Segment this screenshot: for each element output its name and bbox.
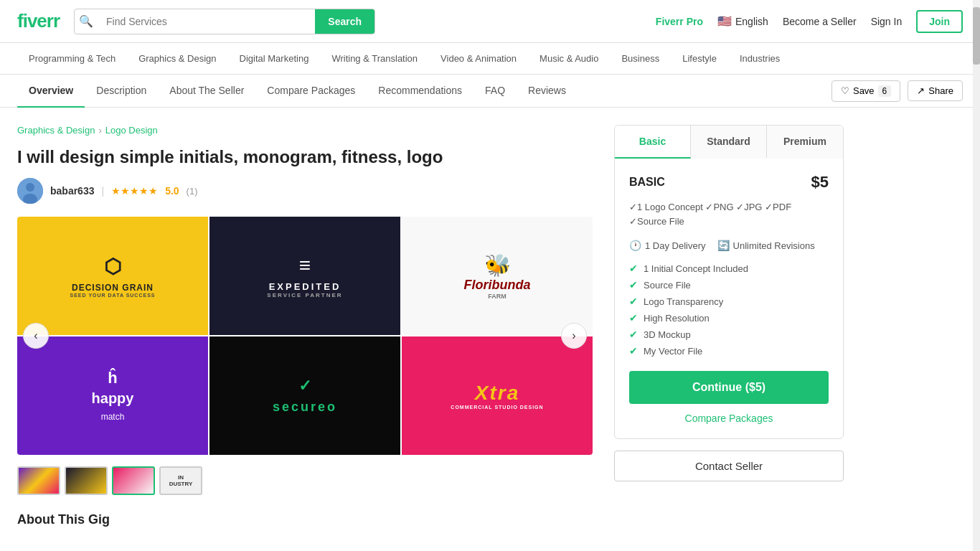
language-label: English xyxy=(735,16,768,27)
logo[interactable]: fiverr xyxy=(17,10,60,32)
search-button[interactable]: Search xyxy=(315,9,374,34)
gallery-cell-5: ✓ secureo xyxy=(209,336,400,455)
thumbnail-1[interactable] xyxy=(17,466,60,495)
tab-overview[interactable]: Overview xyxy=(17,75,85,108)
rating-count: (1) xyxy=(187,186,198,197)
nav-cat-graphics[interactable]: Graphics & Design xyxy=(127,43,227,74)
gallery-cell-2: ≡ EXPEDITED SERVICE PARTNER xyxy=(209,217,400,335)
pricing-tab-premium[interactable]: Premium xyxy=(767,126,843,159)
become-seller-link[interactable]: Become a Seller xyxy=(783,16,857,27)
left-panel: Graphics & Design › Logo Design I will d… xyxy=(17,125,593,527)
pricing-body: BASIC $5 ✓1 Logo Concept ✓PNG ✓JPG ✓PDF … xyxy=(615,159,843,438)
revisions-info: 🔄 Unlimited Revisions xyxy=(717,240,815,251)
cell-3-brand: Floribunda xyxy=(464,278,531,293)
nav-cat-programming[interactable]: Programming & Tech xyxy=(17,43,127,74)
gallery-cell-6: Xtra COMMERCIAL STUDIO DESIGN xyxy=(402,336,593,455)
rating-score: 5.0 xyxy=(165,185,179,197)
language-selector[interactable]: 🇺🇸 English xyxy=(717,14,768,28)
feature-item: ✔My Vector File xyxy=(629,345,829,357)
check-icon: ✔ xyxy=(629,345,638,357)
nav-cat-video[interactable]: Video & Animation xyxy=(429,43,528,74)
right-panel: Basic Standard Premium BASIC $5 ✓1 Logo … xyxy=(614,125,844,527)
sub-nav: Overview Description About The Seller Co… xyxy=(0,75,980,108)
check-icon: ✔ xyxy=(629,329,638,340)
check-icon: ✔ xyxy=(629,312,638,324)
gig-title: I will design simple initials, monogram,… xyxy=(17,146,593,168)
check-icon: ✔ xyxy=(629,296,638,307)
nav-cat-digital-marketing[interactable]: Digital Marketing xyxy=(228,43,321,74)
fiverr-pro-link[interactable]: Fiverr Pro xyxy=(656,16,703,27)
feature-item: ✔Source File xyxy=(629,279,829,291)
share-label: Share xyxy=(928,85,953,96)
delivery-info: 🕐 1 Day Delivery xyxy=(629,240,706,251)
sub-nav-actions: ♡ Save 6 ↗ Share xyxy=(831,80,963,102)
features-list: ✔1 Initial Concept Included ✔Source File… xyxy=(629,263,829,357)
nav-cat-lifestyle[interactable]: Lifestyle xyxy=(671,43,728,74)
pricing-includes: ✓1 Logo Concept ✓PNG ✓JPG ✓PDF ✓Source F… xyxy=(629,200,829,228)
gallery-next-button[interactable]: › xyxy=(561,323,587,349)
breadcrumb-parent[interactable]: Graphics & Design xyxy=(17,125,95,136)
nav-cat-writing[interactable]: Writing & Translation xyxy=(320,43,429,74)
flag-icon: 🇺🇸 xyxy=(717,14,732,28)
cell-2-brand: EXPEDITED xyxy=(267,281,342,292)
feature-item: ✔1 Initial Concept Included xyxy=(629,263,829,274)
gallery-main: ⬡ DECISION GRAIN SEED YOUR DATA SUCCESS … xyxy=(17,217,593,455)
gallery-cell-4: ĥ Happymatch xyxy=(17,336,208,455)
main-content: Graphics & Design › Logo Design I will d… xyxy=(0,108,861,545)
gallery-cell-3: 🐝 Floribunda FARM xyxy=(402,217,593,335)
share-button[interactable]: ↗ Share xyxy=(908,80,963,101)
tab-recommendations[interactable]: Recommendations xyxy=(367,75,473,108)
save-button[interactable]: ♡ Save 6 xyxy=(831,80,900,102)
cell-4-brand: Happymatch xyxy=(92,390,134,423)
contact-seller-button[interactable]: Contact Seller xyxy=(614,451,844,481)
breadcrumb-child[interactable]: Logo Design xyxy=(105,125,158,136)
gallery-container: ‹ ⬡ DECISION GRAIN SEED YOUR DATA SUCCES… xyxy=(17,217,593,455)
tab-faq[interactable]: FAQ xyxy=(473,75,517,108)
check-icon: ✔ xyxy=(629,263,638,274)
save-label: Save xyxy=(853,85,875,96)
cell-1-brand: DECISION GRAIN xyxy=(70,283,156,293)
thumbnail-4[interactable]: INDUSTRY xyxy=(159,466,202,495)
gallery-prev-button[interactable]: ‹ xyxy=(23,323,49,349)
thumbnail-3[interactable] xyxy=(112,466,155,495)
pricing-tab-basic[interactable]: Basic xyxy=(615,126,691,159)
compare-packages-link[interactable]: Compare Packages xyxy=(629,413,829,424)
tab-reviews[interactable]: Reviews xyxy=(517,75,578,108)
nav-cat-business[interactable]: Business xyxy=(610,43,671,74)
pricing-tab-standard[interactable]: Standard xyxy=(691,126,767,159)
breadcrumb-separator: › xyxy=(98,125,101,136)
tab-about-seller[interactable]: About The Seller xyxy=(158,75,255,108)
scrollbar-thumb[interactable] xyxy=(973,7,980,65)
seller-name[interactable]: babar633 xyxy=(50,185,94,197)
cell-6-brand: Xtra xyxy=(451,382,543,405)
pricing-header: BASIC $5 xyxy=(629,173,829,192)
search-input[interactable] xyxy=(98,10,315,33)
sign-in-link[interactable]: Sign In xyxy=(871,16,903,27)
check-icon: ✔ xyxy=(629,279,638,291)
revisions-label: Unlimited Revisions xyxy=(733,240,815,251)
about-gig-heading: About This Gig xyxy=(17,512,593,527)
search-bar: 🔍 Search xyxy=(74,9,375,34)
clock-icon: 🕐 xyxy=(629,240,641,251)
thumbnails: INDUSTRY xyxy=(17,466,593,495)
rating-stars: ★★★★★ xyxy=(111,185,158,197)
join-button[interactable]: Join xyxy=(916,10,963,33)
cell-6-sub: COMMERCIAL STUDIO DESIGN xyxy=(451,405,543,410)
cell-3-sub: FARM xyxy=(464,293,531,300)
header-right: Fiverr Pro 🇺🇸 English Become a Seller Si… xyxy=(656,10,963,33)
tab-description[interactable]: Description xyxy=(85,75,158,108)
nav-cat-industries[interactable]: Industries xyxy=(728,43,791,74)
tab-compare-packages[interactable]: Compare Packages xyxy=(255,75,367,108)
cell-1-icon: ⬡ xyxy=(70,255,156,278)
continue-button[interactable]: Continue ($5) xyxy=(629,371,829,404)
pricing-meta: 🕐 1 Day Delivery 🔄 Unlimited Revisions xyxy=(629,240,829,251)
search-icon: 🔍 xyxy=(75,14,98,28)
cell-3-icon: 🐝 xyxy=(464,253,531,278)
header: fiverr 🔍 Search Fiverr Pro 🇺🇸 English Be… xyxy=(0,0,980,43)
cell-2-icon: ≡ xyxy=(267,254,342,277)
nav-cat-music[interactable]: Music & Audio xyxy=(528,43,610,74)
pricing-card: Basic Standard Premium BASIC $5 ✓1 Logo … xyxy=(614,125,844,439)
thumbnail-2[interactable] xyxy=(65,466,108,495)
svg-point-1 xyxy=(26,183,34,192)
scrollbar[interactable] xyxy=(973,0,980,545)
